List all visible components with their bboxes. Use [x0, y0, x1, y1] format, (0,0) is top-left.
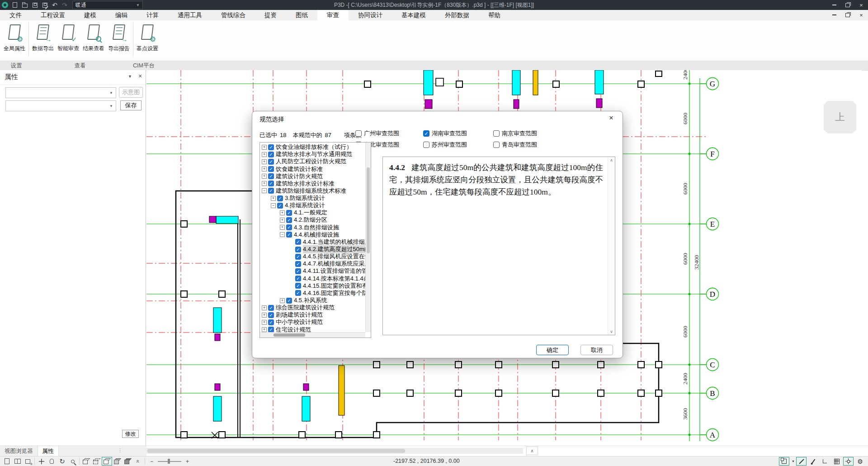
scope-nanjing[interactable]: 南京审查范围 [493, 128, 566, 139]
collapse-panel-button[interactable]: ∧ [526, 447, 538, 455]
collapse-minus-icon[interactable]: − [262, 188, 267, 193]
checkbox-unchecked-icon[interactable] [423, 142, 429, 148]
cube-hidden-icon[interactable] [91, 457, 102, 466]
cube-gray-icon[interactable] [112, 457, 123, 466]
viewcube[interactable]: 上 [824, 101, 856, 133]
checkbox-checked-icon[interactable]: ✓ [286, 217, 292, 223]
tree-item[interactable]: +✓4.2.防烟分区 [260, 216, 365, 223]
expand-plus-icon[interactable]: + [280, 298, 285, 303]
expand-plus-icon[interactable]: + [262, 159, 267, 164]
menu-item-piping-integration[interactable]: 管线综合 [212, 10, 255, 20]
tree-item[interactable]: +✓中小学校设计规范 [260, 319, 365, 326]
settings-icon[interactable]: ⚙ [855, 457, 865, 466]
tree-item[interactable]: −✓建筑防烟排烟系统技术标准 [260, 187, 365, 195]
menu-item-help[interactable]: 帮助 [479, 10, 510, 20]
checkbox-checked-icon[interactable]: ✓ [268, 159, 274, 165]
select-mode-icon[interactable] [779, 457, 789, 466]
tree-item[interactable]: −✓4.排烟系统设计 [260, 202, 365, 209]
checkbox-checked-icon[interactable]: ✓ [295, 239, 301, 245]
expand-plus-icon[interactable]: + [262, 305, 267, 310]
doc-restore-button[interactable] [841, 10, 854, 20]
draw-line-icon[interactable] [796, 457, 807, 466]
tree-item[interactable]: ✓4.4.2.建筑高度超过50m的 [260, 246, 365, 253]
ribbon-button-result-view[interactable]: 结果查看 [81, 21, 106, 59]
checkbox-checked-icon[interactable]: ✓ [295, 283, 301, 289]
menu-item-collaborative-design[interactable]: 协同设计 [349, 10, 392, 20]
checkbox-unchecked-icon[interactable] [355, 130, 362, 137]
tab-view-browser[interactable]: 视图浏览器 [0, 446, 38, 456]
dialog-close-icon[interactable]: × [606, 114, 616, 122]
save-button[interactable]: 保存 [120, 100, 142, 110]
tree-item[interactable]: ✓4.4.7.机械排烟系统应采用 [260, 260, 365, 267]
expand-plus-icon[interactable]: + [280, 225, 285, 230]
save-file-icon[interactable] [30, 0, 40, 10]
move-point-icon[interactable] [843, 457, 854, 466]
checkbox-checked-icon[interactable]: ✓ [295, 276, 301, 281]
expand-plus-icon[interactable]: + [262, 320, 267, 325]
checkbox-checked-icon[interactable]: ✓ [286, 210, 292, 216]
clause-scrollbar[interactable]: ∧ ∨ [608, 157, 615, 335]
property-combo-1[interactable]: ▼ [5, 87, 116, 98]
checkbox-checked-icon[interactable]: ✓ [286, 224, 292, 230]
checkbox-checked-icon[interactable]: ✓ [277, 203, 283, 209]
close-button[interactable]: × [854, 0, 868, 10]
tree-item[interactable]: +✓建筑设计防火规范 [260, 173, 365, 180]
expand-plus-icon[interactable]: + [262, 181, 267, 186]
tree-item[interactable]: −✓4.4.机械排烟设施 [260, 231, 365, 238]
checkbox-checked-icon[interactable]: ✓ [295, 247, 301, 252]
zoom-in-icon[interactable]: + [182, 457, 193, 466]
checkbox-checked-icon[interactable]: ✓ [268, 305, 274, 311]
checkbox-checked-icon[interactable]: ✓ [295, 261, 301, 267]
checkbox-checked-icon[interactable]: ✓ [268, 166, 274, 172]
cancel-button[interactable]: 取消 [580, 345, 613, 355]
ribbon-button-global-properties[interactable]: ⚙全局属性 [2, 21, 27, 59]
expand-plus-icon[interactable]: + [262, 313, 267, 318]
property-combo-2[interactable]: ▼ [5, 100, 116, 111]
schematic-button[interactable]: 示意图 [119, 87, 143, 98]
menu-item-drawings[interactable]: 图纸 [286, 10, 317, 20]
zoom-icon[interactable] [67, 457, 78, 466]
collapse-minus-icon[interactable]: − [271, 203, 276, 208]
menu-item-basic-modeling[interactable]: 基本建模 [392, 10, 435, 20]
zoom-out-icon[interactable]: − [146, 457, 157, 466]
orbit-icon[interactable]: ↻ [57, 457, 67, 466]
expand-plus-icon[interactable]: + [280, 218, 285, 223]
menu-item-calculate[interactable]: 计算 [137, 10, 168, 20]
tree-item[interactable]: +✓3.防烟系统设计 [260, 195, 365, 202]
checkbox-unchecked-icon[interactable] [493, 130, 500, 137]
checkbox-checked-icon[interactable]: ✓ [295, 268, 301, 274]
pan-icon[interactable] [36, 457, 47, 466]
checkbox-checked-icon[interactable]: ✓ [277, 195, 283, 201]
tree-item[interactable]: +✓综合医院建筑设计规范 [260, 304, 365, 311]
tree-item[interactable]: +✓4.5.补风系统 [260, 297, 365, 304]
zoom-slider-icon[interactable] [158, 457, 181, 466]
ortho-angle-icon[interactable] [820, 457, 830, 466]
open-file-icon[interactable] [20, 0, 30, 10]
tree-item[interactable]: +✓建筑给水排水设计标准 [260, 180, 365, 187]
ribbon-button-base-point-settings[interactable]: ⚙基点设置 [135, 21, 160, 59]
checkbox-checked-icon[interactable]: ✓ [268, 312, 274, 318]
cube-shaded-icon[interactable] [102, 457, 112, 466]
undo-icon[interactable]: ↶ [50, 0, 60, 10]
menu-item-review[interactable]: 审查 [317, 10, 349, 20]
expand-plus-icon[interactable]: + [262, 166, 267, 171]
doc-close-button[interactable]: × [854, 10, 868, 20]
save-as-file-icon[interactable] [40, 0, 50, 10]
cube-solid-icon[interactable] [123, 457, 133, 466]
checkbox-checked-icon[interactable]: ✓ [268, 181, 274, 186]
ribbon-button-smart-review[interactable]: ✓智能审查 [56, 21, 81, 59]
modify-button[interactable]: 修改 [122, 430, 139, 438]
scope-qingdao[interactable]: 青岛审查范围 [493, 139, 566, 150]
expand-plus-icon[interactable]: + [262, 174, 267, 179]
tree-item[interactable]: +✓住宅设计规范 [260, 326, 365, 332]
chevron-down-icon[interactable]: ▼ [792, 460, 795, 463]
doc-minimize-button[interactable] [827, 10, 841, 20]
add-window-icon[interactable] [23, 457, 33, 466]
tree-item[interactable]: ✓4.4.11.设置排烟管道的管 [260, 267, 365, 275]
new-file-icon[interactable] [10, 0, 20, 10]
brush-icon[interactable] [808, 457, 818, 466]
checkbox-checked-icon[interactable]: ✓ [286, 232, 292, 238]
tree-item[interactable]: ✓4.4.1.当建筑的机械排烟系 [260, 238, 365, 246]
tree-item[interactable]: +✓建筑给水排水与节水通用规范 [260, 151, 365, 158]
cube-wireframe-icon[interactable] [81, 457, 91, 466]
